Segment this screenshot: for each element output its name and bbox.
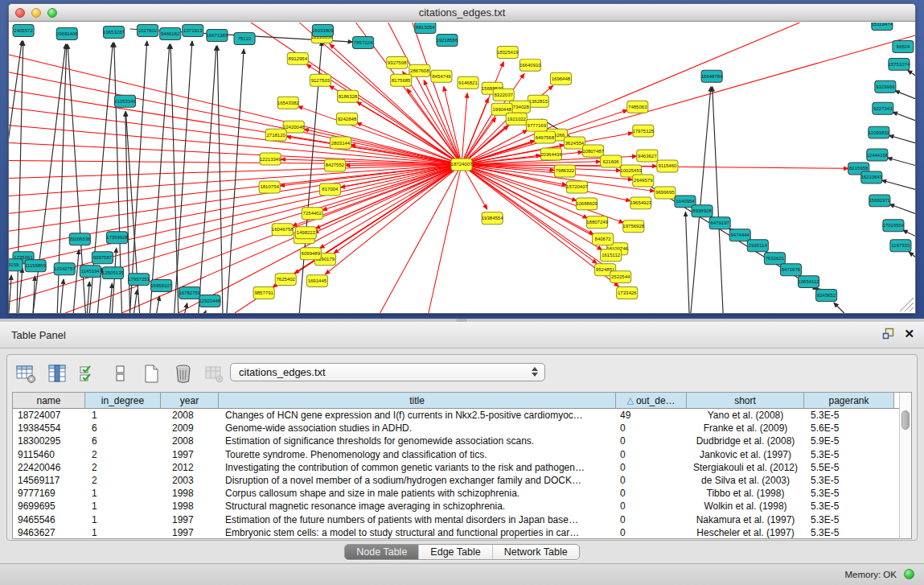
column-header-name[interactable]: name	[13, 393, 85, 408]
table-cell-year: 2008	[161, 409, 219, 422]
resize-grip-icon[interactable]	[910, 307, 914, 311]
graph-node-label: 2522544	[611, 274, 630, 279]
graph-node-label: 96504	[897, 44, 910, 49]
table-row[interactable]: 2242004622012Investigating the contribut…	[13, 461, 911, 474]
graph-edge	[834, 303, 844, 313]
column-header-title[interactable]: title	[219, 393, 616, 408]
table-settings-icon[interactable]	[15, 363, 36, 384]
column-header-label: short	[734, 395, 756, 406]
table-row[interactable]: 1938455462009Genome-wide association stu…	[13, 422, 911, 435]
table-row[interactable]: 969969511998Structural magnetic resonanc…	[13, 500, 911, 513]
column-header-pagerank[interactable]: pagerank	[804, 393, 894, 408]
table-cell-outde: 0	[616, 487, 687, 500]
graph-node-label: 15110474	[872, 23, 893, 27]
delete-table-icon[interactable]	[172, 363, 193, 384]
column-header-indegree[interactable]: in_degree	[85, 393, 161, 408]
table-panel-header: Table Panel ✕	[0, 322, 924, 348]
close-window-button[interactable]	[15, 8, 25, 18]
table-row[interactable]: 1872400712008Changes of HCN gene express…	[13, 409, 911, 422]
select-columns-icon[interactable]	[78, 363, 99, 384]
new-table-icon[interactable]	[141, 363, 162, 384]
tab-node-table[interactable]: Node Table	[345, 545, 418, 559]
graph-node-label: 19384554	[482, 216, 503, 220]
column-header-year[interactable]: year	[161, 393, 219, 408]
graph-node-label: 18807249	[586, 220, 608, 225]
graph-node-label: 9329966	[876, 84, 895, 89]
zoom-window-button[interactable]	[47, 8, 57, 18]
graph-edge	[9, 126, 462, 165]
graph-node-label: 7625402	[277, 277, 296, 282]
graph-node-label: 8454749	[432, 74, 451, 79]
tab-network-table[interactable]: Network Table	[492, 545, 579, 559]
column-header-label: title	[409, 395, 425, 406]
graph-node-label: 8938928	[692, 208, 712, 213]
table-row[interactable]: 946554611997Estimation of the future num…	[13, 513, 911, 526]
table-groupbox: f(x) citations_edges.txt namein_degreeye…	[6, 354, 918, 541]
table-cell-pagerank: 5.3E-5	[804, 513, 894, 526]
network-canvas[interactable]: 1872400712226058891295491275031654338281…	[9, 23, 915, 313]
graph-node-label: 2867608	[410, 68, 429, 73]
graph-node-label: 1810754	[260, 184, 279, 189]
table-row[interactable]: 946362711997Embryonic stem cells: a mode…	[13, 526, 911, 539]
table-panel-body: f(x) citations_edges.txt namein_degreeye…	[0, 348, 924, 563]
graph-edge	[334, 165, 462, 253]
graph-node-label: 12342757	[54, 266, 76, 271]
graph-edge	[685, 212, 689, 313]
memory-ok-icon	[904, 569, 914, 579]
table-cell-indegree: 1	[85, 487, 161, 500]
table-cell-indegree: 2	[85, 461, 161, 474]
table-cell-name: 18300295	[13, 435, 85, 447]
column-header-outde[interactable]: △out_de…	[616, 393, 687, 408]
graph-node-label: 8427552	[326, 163, 345, 168]
table-cell-outde: 0	[616, 435, 687, 447]
graph-node-label: 9242848	[338, 117, 357, 122]
graph-edge	[9, 108, 462, 165]
table-cell-name: 14569117	[13, 474, 85, 487]
tab-edge-table[interactable]: Edge Table	[418, 545, 491, 559]
graph-edge	[87, 282, 89, 313]
table-cell-year: 1997	[161, 448, 219, 461]
row-options-icon[interactable]	[109, 363, 130, 384]
table-cell-title: Disruption of a novel member of a sodium…	[219, 474, 616, 487]
graph-node-label: 1921022	[507, 117, 527, 122]
graph-node-label: 19756928	[622, 224, 644, 229]
table-row[interactable]: 1456911722003Disruption of a novel membe…	[13, 474, 911, 487]
graph-node-label: 16543382	[277, 101, 299, 105]
graph-node-label: 3624554	[565, 141, 585, 146]
table-cell-short: Jankovic et al. (1997)	[687, 448, 804, 461]
table-cell-short: Yano et al. (2008)	[687, 409, 804, 422]
graph-node-label: 6099489	[302, 251, 321, 256]
graph-node-label: 75122	[238, 36, 252, 41]
graph-edge	[9, 275, 11, 313]
graph-node-label: 7254402	[303, 211, 322, 216]
table-selector-dropdown[interactable]: citations_edges.txt	[230, 363, 545, 381]
table-cell-indegree: 1	[85, 500, 161, 513]
graph-edge	[18, 268, 23, 313]
network-graph-svg[interactable]: 1872400712226058891295491275031654338281…	[9, 23, 915, 313]
resize-grip-icon[interactable]	[905, 303, 914, 311]
column-visibility-icon[interactable]	[47, 363, 68, 384]
graph-node-label: 17016504	[883, 223, 905, 228]
float-panel-icon[interactable]	[882, 328, 894, 340]
minimize-window-button[interactable]	[31, 8, 41, 18]
table-row[interactable]: 1830029562008Estimation of significance …	[13, 435, 911, 447]
graph-edge	[909, 252, 915, 257]
graph-node-label: 621606	[603, 159, 620, 164]
table-row[interactable]: 911546021997Tourette syndrome. Phenomeno…	[13, 448, 911, 461]
window-titlebar[interactable]: citations_edges.txt	[9, 4, 915, 22]
column-header-short[interactable]: short	[687, 393, 804, 408]
graph-edge	[895, 91, 915, 99]
scrollbar-thumb[interactable]	[901, 410, 910, 430]
graph-node-label: 8912954	[289, 56, 308, 61]
import-table-icon	[203, 363, 224, 384]
graph-node-label: 10654112	[798, 279, 819, 284]
vertical-scrollbar[interactable]	[899, 393, 911, 538]
table-cell-outde: 0	[616, 422, 687, 435]
graph-node-label: 7485063	[628, 105, 647, 109]
graph-node-label: 1527602	[138, 28, 158, 33]
table-cell-indegree: 2	[85, 474, 161, 487]
graph-node-label: 6734028	[511, 105, 530, 109]
table-row[interactable]: 977716911998Corpus callosum shape and si…	[13, 487, 911, 500]
table-cell-short: Nakamura et al. (1997)	[687, 513, 804, 526]
graph-node-label: 12213349	[260, 157, 281, 162]
